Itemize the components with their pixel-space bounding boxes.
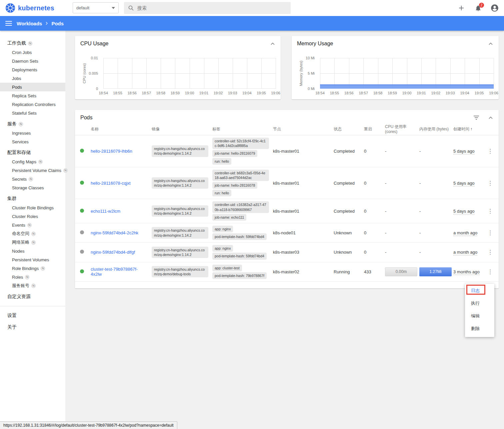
pod-name-link[interactable]: echo111-w2lcm <box>91 209 120 214</box>
pods-card-header: Pods <box>75 110 499 121</box>
x-tick-label: 18:54 <box>313 91 327 95</box>
breadcrumb-parent[interactable]: Workloads <box>17 21 42 26</box>
column-created[interactable]: 创建时间 ↑ <box>453 127 485 132</box>
row-actions-kebab-icon[interactable]: ⋮ <box>485 208 495 214</box>
pod-name-cell: cluster-test-79b978867f-4x2lw <box>91 267 152 277</box>
sidebar-item-label: 服务账号 <box>12 283 29 289</box>
column-status[interactable]: 状态 <box>334 127 364 132</box>
sidebar-item-storage-classes[interactable]: Storage Classes <box>0 183 65 192</box>
sidebar-item-persistent-volumes[interactable]: Persistent Volumes <box>0 255 65 264</box>
created-ago-text: 5 days ago <box>453 209 475 214</box>
pod-state-cell: Completed <box>334 209 364 214</box>
pods-card: Pods 名称 镜像 标签 节点 状态 重启 CPU 使用率 (cores) 内… <box>75 110 499 288</box>
create-resource-button[interactable] <box>457 3 466 13</box>
sidebar-item-cluster-roles[interactable]: Cluster Roles <box>0 212 65 221</box>
sidebar-item-pods[interactable]: Pods <box>0 83 65 91</box>
sidebar-group-服务[interactable]: 服务N <box>0 119 65 129</box>
sidebar-group-工作负载[interactable]: 工作负载N <box>0 39 65 48</box>
memory-card-title: Memory Usage <box>297 41 479 47</box>
memory-usage-bar: 1.27Mi <box>419 267 452 276</box>
sidebar-item-网络策略[interactable]: 网络策略N <box>0 238 65 247</box>
sidebar-item-events[interactable]: EventsN <box>0 221 65 229</box>
sidebar-item-cron-jobs[interactable]: Cron Jobs <box>0 48 65 57</box>
x-tick-label: 19:04 <box>457 91 472 95</box>
collapse-chevron-icon[interactable] <box>489 42 493 45</box>
sidebar-item-roles[interactable]: RolesN <box>0 273 65 281</box>
column-name[interactable]: 名称 <box>91 127 152 132</box>
menu-icon[interactable] <box>5 20 12 27</box>
y-tick-label: 5 Mi <box>292 71 315 75</box>
sidebar-group-label: 集群 <box>7 196 17 202</box>
sidebar-item-deployments[interactable]: Deployments <box>0 65 65 74</box>
brand-name: kubernetes <box>18 4 54 12</box>
brand[interactable]: kubernetes <box>5 3 54 13</box>
sidebar-item-label: Persistent Volume Claims <box>12 168 61 173</box>
sidebar-item-label: Nodes <box>12 249 25 254</box>
pod-cpu-cell: - <box>385 149 419 154</box>
sidebar-group-配置和存储[interactable]: 配置和存储 <box>0 148 65 157</box>
sidebar-item-persistent-volume-claims[interactable]: Persistent Volume ClaimsN <box>0 166 65 175</box>
row-actions-kebab-icon[interactable]: ⋮ <box>485 249 495 255</box>
menu-item-执行[interactable]: 执行 <box>465 297 494 310</box>
row-actions-kebab-icon[interactable]: ⋮ <box>485 269 495 275</box>
sidebar-item-关于[interactable]: 关于 <box>0 321 65 333</box>
sidebar-item-命名空间[interactable]: 命名空间N <box>0 229 65 238</box>
sidebar-item-role-bindings[interactable]: Role BindingsN <box>0 264 65 273</box>
column-labels[interactable]: 标签 <box>212 127 273 132</box>
sidebar-item-stateful-sets[interactable]: Stateful Sets <box>0 109 65 117</box>
sidebar-footer: 设置关于 <box>0 310 65 333</box>
sidebar-group-集群[interactable]: 集群 <box>0 194 65 203</box>
filter-icon[interactable] <box>473 115 479 120</box>
menu-item-编辑[interactable]: 编辑 <box>465 310 494 322</box>
pod-created-cell: 3 months ago <box>453 269 485 274</box>
column-cpu[interactable]: CPU 使用率 (cores) <box>385 124 419 134</box>
sidebar-item-replica-sets[interactable]: Replica Sets <box>0 91 65 100</box>
sidebar-item-ingresses[interactable]: Ingresses <box>0 129 65 137</box>
sidebar-nav: 工作负载NCron JobsDaemon SetsDeploymentsJobs… <box>0 39 65 301</box>
sidebar-item-jobs[interactable]: Jobs <box>0 74 65 83</box>
column-memory[interactable]: 内存使用 (bytes) <box>419 127 453 132</box>
pod-actions-cell: ⋮ <box>485 229 499 236</box>
sidebar-item-replication-controllers[interactable]: Replication Controllers <box>0 100 65 109</box>
pod-image-cell: registry.cn-hangzhou.aliyuncs.com/zq-dem… <box>152 177 212 189</box>
label-chip: pod-template-hash: 79b978867f <box>212 272 267 279</box>
row-actions-kebab-icon[interactable]: ⋮ <box>485 180 495 186</box>
row-actions-kebab-icon[interactable]: ⋮ <box>485 148 495 154</box>
label-chip: app: nginx <box>212 245 233 252</box>
notifications-badge: 2 <box>479 3 484 8</box>
pod-name-link[interactable]: cluster-test-79b978867f-4x2lw <box>91 267 138 277</box>
column-restarts[interactable]: 重启 <box>364 127 385 132</box>
status-ok-icon <box>80 181 84 185</box>
menu-item-日志[interactable]: 日志 <box>465 284 494 297</box>
notifications-button[interactable]: 2 <box>473 3 483 13</box>
collapse-chevron-icon[interactable] <box>489 116 493 119</box>
pod-name-link[interactable]: nginx-59fdd74bd4-dlfgf <box>91 250 135 255</box>
row-actions-kebab-icon[interactable]: ⋮ <box>485 230 495 236</box>
sidebar-item-设置[interactable]: 设置 <box>0 310 65 321</box>
search-input[interactable] <box>137 5 287 11</box>
column-image[interactable]: 镜像 <box>152 127 212 132</box>
collapse-chevron-icon[interactable] <box>271 42 275 45</box>
sidebar-item-cluster-role-bindings[interactable]: Cluster Role Bindings <box>0 203 65 212</box>
pod-name-link[interactable]: hello-28116078-cqjxt <box>91 181 131 186</box>
sidebar-item-daemon-sets[interactable]: Daemon Sets <box>0 57 65 65</box>
sidebar-item-服务账号[interactable]: 服务账号N <box>0 281 65 290</box>
user-menu-button[interactable] <box>490 3 499 13</box>
pod-created-cell: a month ago <box>453 250 485 255</box>
sidebar-item-services[interactable]: Services <box>0 137 65 146</box>
x-tick-label: 19:05 <box>472 91 487 95</box>
pod-name-link[interactable]: nginx-59fdd74bd4-2c2hk <box>91 230 138 235</box>
sidebar-group-自定义资源[interactable]: 自定义资源 <box>0 292 65 301</box>
pod-status-cell <box>75 209 91 214</box>
sidebar-item-secrets[interactable]: SecretsN <box>0 175 65 183</box>
column-node[interactable]: 节点 <box>273 127 334 132</box>
search-bar[interactable] <box>124 2 291 14</box>
pod-name-link[interactable]: hello-28116079-lhb6n <box>91 149 132 154</box>
sidebar-item-nodes[interactable]: Nodes <box>0 247 65 255</box>
namespace-selector[interactable]: default <box>73 2 119 13</box>
y-tick-label: 0 Mi <box>292 87 315 91</box>
sidebar-item-label: Stateful Sets <box>12 111 37 116</box>
sidebar-item-config-maps[interactable]: Config MapsN <box>0 157 65 166</box>
menu-item-删除[interactable]: 删除 <box>465 322 494 335</box>
sidebar-item-label: 网络策略 <box>12 239 29 245</box>
